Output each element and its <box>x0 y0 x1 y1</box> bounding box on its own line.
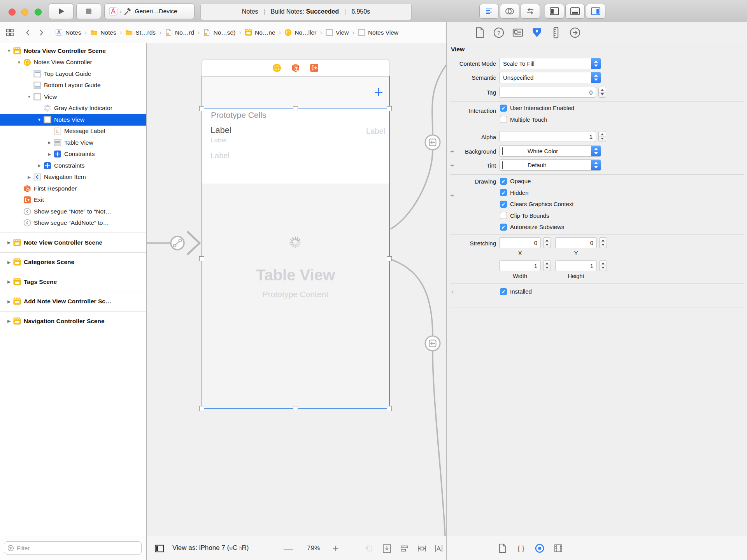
outline-row-constraints[interactable]: Constraints <box>0 160 146 172</box>
tint-color-well[interactable] <box>500 160 524 170</box>
installed-checkbox[interactable] <box>500 288 507 295</box>
disclosure-triangle[interactable] <box>15 60 23 65</box>
tag-field[interactable]: 0 <box>499 87 596 98</box>
prototype-cells-area[interactable] <box>202 109 389 184</box>
breadcrumb-item[interactable]: Notes <box>81 29 116 37</box>
outline-row-first-responder[interactable]: 1First Responder <box>0 183 146 194</box>
stretching-width-stepper[interactable] <box>543 260 551 271</box>
size-inspector-tab[interactable] <box>550 27 562 38</box>
stretching-height-stepper[interactable] <box>599 260 607 271</box>
disclosure-triangle[interactable] <box>5 280 13 284</box>
storyboard-canvas[interactable]: 1 + Prototype Cells Label Label Label La… <box>147 43 446 560</box>
assistant-editor-button[interactable] <box>500 4 519 19</box>
stretching-y-stepper[interactable] <box>599 237 607 248</box>
outline-row-tags-scene[interactable]: Tags Scene <box>0 276 146 288</box>
checkbox[interactable] <box>500 105 507 112</box>
zoom-level[interactable]: 79% <box>299 544 328 552</box>
alpha-stepper[interactable] <box>598 131 606 142</box>
checkbox[interactable] <box>500 116 507 123</box>
disclosure-triangle[interactable] <box>25 94 33 99</box>
outline-row-notes-view[interactable]: Notes View <box>0 114 146 126</box>
activity-indicator[interactable] <box>289 236 302 248</box>
zoom-window-button[interactable] <box>35 9 42 16</box>
outline-row-top-layout-guide[interactable]: Top Layout Guide <box>0 68 146 80</box>
breadcrumb-item[interactable]: No…se) <box>194 29 236 37</box>
checkbox-row[interactable]: Autoresize Subviews <box>500 221 573 233</box>
add-installed-attribute-button[interactable]: + <box>449 288 456 296</box>
breadcrumb-item[interactable]: Notes View <box>349 29 398 37</box>
stretching-x-stepper[interactable] <box>543 237 551 248</box>
disclosure-triangle[interactable] <box>5 319 13 323</box>
checkbox-row[interactable]: User Interaction Enabled <box>500 102 574 114</box>
stretching-y-field[interactable]: 0 <box>555 237 597 248</box>
view-controller-scene[interactable]: 1 + Prototype Cells Label Label Label La… <box>202 59 389 409</box>
forward-button[interactable] <box>37 29 45 37</box>
breadcrumb-item[interactable]: No…rd <box>156 29 194 37</box>
resize-handle[interactable] <box>199 106 204 111</box>
cell-title-label[interactable]: Label <box>210 125 231 135</box>
stretching-height-field[interactable]: 1 <box>555 260 597 271</box>
connections-inspector-tab[interactable] <box>569 27 581 38</box>
cell-subtitle-label[interactable]: Label <box>210 136 227 144</box>
resize-handle[interactable] <box>293 406 298 411</box>
resolve-auto-layout-button[interactable] <box>434 544 444 553</box>
disclosure-triangle[interactable] <box>45 140 54 145</box>
scheme-selector[interactable]: › Generi…Device <box>104 4 195 19</box>
outline-row-gray-activity-indicator[interactable]: Gray Activity Indicator <box>0 103 146 114</box>
standard-editor-button[interactable] <box>479 4 499 19</box>
outline-row-categories-scene[interactable]: Categories Scene <box>0 257 146 268</box>
media-library-button[interactable] <box>553 543 563 553</box>
toggle-debug-area-button[interactable] <box>565 4 585 19</box>
checkbox[interactable] <box>500 201 507 208</box>
installed-row[interactable]: Installed <box>500 286 532 298</box>
tint-color-select[interactable]: Default <box>499 159 601 171</box>
quick-help-tab[interactable]: ? <box>493 27 505 38</box>
device-bar-toggle-button[interactable] <box>154 544 164 553</box>
resize-handle[interactable] <box>387 406 392 411</box>
disclosure-triangle[interactable] <box>45 152 54 156</box>
stretching-x-field[interactable]: 0 <box>499 237 541 248</box>
related-items-icon[interactable] <box>5 28 15 37</box>
disclosure-triangle[interactable] <box>5 260 13 264</box>
cell-basic-label[interactable]: Label <box>210 151 230 160</box>
back-button[interactable] <box>24 29 32 37</box>
object-library-button[interactable] <box>535 543 545 553</box>
semantic-select[interactable]: Unspecified <box>499 72 601 83</box>
outline-row-show-segue-addnote-to[interactable]: Show segue “AddNote” to… <box>0 217 146 229</box>
checkbox-row[interactable]: Hidden <box>500 187 573 199</box>
disclosure-triangle[interactable] <box>5 299 13 304</box>
activity-viewer[interactable]: Notes | Build Notes: Succeeded | 6.950s <box>200 3 412 20</box>
file-template-library-button[interactable] <box>497 543 507 553</box>
background-color-select[interactable]: White Color <box>499 145 601 157</box>
zoom-out-button[interactable]: — <box>284 543 293 554</box>
view-as-control[interactable]: View as: iPhone 7 (wC hR) <box>172 544 249 552</box>
background-color-well[interactable] <box>500 146 524 156</box>
outline-row-view[interactable]: View <box>0 91 146 103</box>
checkbox-row[interactable]: Multiple Touch <box>500 114 574 126</box>
align-button[interactable] <box>400 544 409 553</box>
alpha-field[interactable]: 1 <box>499 131 596 142</box>
resize-handle[interactable] <box>199 256 204 261</box>
disclosure-triangle[interactable] <box>25 175 33 179</box>
resize-handle[interactable] <box>293 106 298 111</box>
checkbox[interactable] <box>500 212 507 219</box>
update-frames-button[interactable] <box>365 544 374 553</box>
stretching-width-field[interactable]: 1 <box>499 260 541 271</box>
stop-button[interactable] <box>76 4 101 19</box>
first-responder-icon[interactable]: 1 <box>291 63 300 72</box>
checkbox-row[interactable]: Clears Graphics Context <box>500 198 573 210</box>
outline-row-exit[interactable]: Exit <box>0 194 146 206</box>
disclosure-triangle[interactable] <box>35 117 44 122</box>
tag-stepper[interactable] <box>598 87 606 98</box>
outline-row-add-note-view-controller-sc[interactable]: Add Note View Controller Sc… <box>0 296 146 308</box>
add-bar-button[interactable]: + <box>372 84 386 100</box>
checkbox[interactable] <box>500 178 507 185</box>
exit-icon[interactable] <box>310 63 319 72</box>
embed-in-button[interactable] <box>382 544 392 553</box>
outline-row-table-view[interactable]: Table View <box>0 137 146 149</box>
content-mode-select[interactable]: Scale To Fill <box>499 58 601 69</box>
disclosure-triangle[interactable] <box>5 49 13 53</box>
toggle-inspectors-button[interactable] <box>586 4 605 19</box>
resize-handle[interactable] <box>387 106 392 111</box>
checkbox[interactable] <box>500 224 507 231</box>
